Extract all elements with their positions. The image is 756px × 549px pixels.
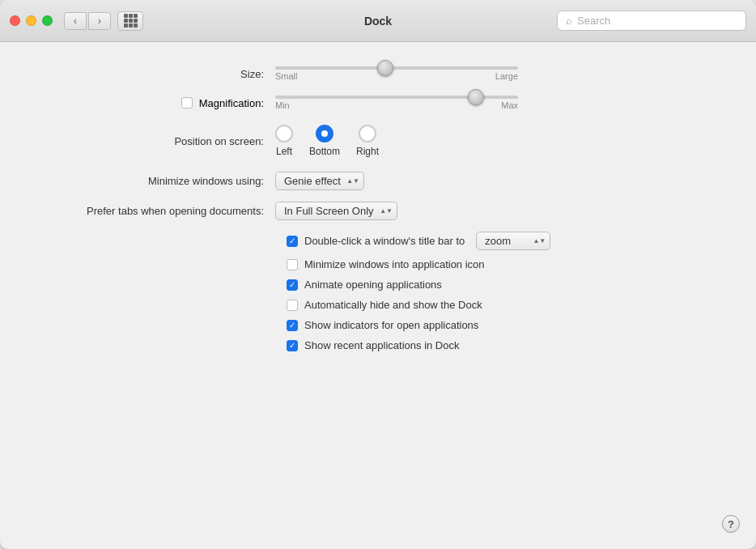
magnification-label-area: Magnification: xyxy=(32,97,275,109)
position-right-radio[interactable] xyxy=(359,125,376,143)
magnification-label: Magnification: xyxy=(199,97,264,109)
prefer-tabs-row: Prefer tabs when opening documents: Alwa… xyxy=(32,202,724,220)
magnification-min-label: Min xyxy=(275,100,290,110)
option-auto-hide: Automatically hide and show the Dock xyxy=(287,299,724,311)
size-max-label: Large xyxy=(495,71,518,81)
minimize-using-select-wrapper: Genie effect Scale effect ▲▼ xyxy=(275,172,364,190)
content-area: Size: Small Large Magnification: Min Max xyxy=(0,42,756,509)
maximize-button[interactable] xyxy=(42,15,53,26)
position-label: Position on screen: xyxy=(32,135,275,147)
size-slider[interactable] xyxy=(275,66,518,70)
option-show-indicators: Show indicators for open applications xyxy=(287,319,724,331)
search-input[interactable] xyxy=(577,15,737,27)
show-recent-checkbox[interactable] xyxy=(287,340,298,351)
preferences-window: ‹ › Dock ⌕ Size: Small Large xyxy=(0,0,756,549)
options-section: Double-click a window's title bar to zoo… xyxy=(275,232,724,351)
prefer-tabs-label: Prefer tabs when opening documents: xyxy=(32,205,275,217)
size-min-label: Small xyxy=(275,71,298,81)
window-title: Dock xyxy=(364,15,392,28)
position-left-radio[interactable] xyxy=(275,125,293,143)
double-click-text: Double-click a window's title bar to xyxy=(304,235,465,247)
close-button[interactable] xyxy=(10,15,20,26)
prefer-tabs-select-wrapper: Always In Full Screen Only Manually ▲▼ xyxy=(275,202,397,220)
magnification-checkbox[interactable] xyxy=(181,97,193,109)
zoom-select-wrapper: zoom minimize ▲▼ xyxy=(476,232,550,250)
position-bottom-radio[interactable] xyxy=(316,125,333,143)
show-indicators-text: Show indicators for open applications xyxy=(304,319,478,331)
grid-view-button[interactable] xyxy=(117,11,143,31)
size-label: Size: xyxy=(32,68,275,80)
zoom-select[interactable]: zoom minimize xyxy=(476,232,550,250)
position-bottom-label: Bottom xyxy=(309,146,340,157)
minimize-using-row: Minimize windows using: Genie effect Sca… xyxy=(32,172,724,190)
minimize-into-app-text: Minimize windows into application icon xyxy=(304,258,485,270)
minimize-using-select[interactable]: Genie effect Scale effect xyxy=(275,172,364,190)
position-left-label: Left xyxy=(276,146,292,157)
magnification-slider-container: Min Max xyxy=(275,96,518,110)
minimize-using-label: Minimize windows using: xyxy=(32,175,275,187)
show-indicators-checkbox[interactable] xyxy=(287,320,298,331)
forward-button[interactable]: › xyxy=(88,12,111,30)
position-right-option[interactable]: Right xyxy=(356,125,379,157)
option-animate-opening: Animate opening applications xyxy=(287,279,724,291)
size-row: Size: Small Large xyxy=(32,66,724,81)
auto-hide-checkbox[interactable] xyxy=(287,300,298,311)
option-minimize-into-app: Minimize windows into application icon xyxy=(287,258,724,270)
size-slider-container: Small Large xyxy=(275,66,518,81)
position-row: Position on screen: Left Bottom Right xyxy=(32,125,724,157)
bottom-area: ? xyxy=(0,509,756,549)
magnification-slider-labels: Min Max xyxy=(275,100,518,110)
auto-hide-text: Automatically hide and show the Dock xyxy=(304,299,482,311)
animate-opening-text: Animate opening applications xyxy=(304,279,442,291)
search-box[interactable]: ⌕ xyxy=(557,11,746,31)
minimize-button[interactable] xyxy=(26,15,36,26)
option-show-recent: Show recent applications in Dock xyxy=(287,339,724,351)
show-recent-text: Show recent applications in Dock xyxy=(304,339,460,351)
magnification-max-label: Max xyxy=(501,100,518,110)
minimize-into-app-checkbox[interactable] xyxy=(287,259,298,270)
size-slider-labels: Small Large xyxy=(275,71,518,81)
position-right-label: Right xyxy=(356,146,379,157)
traffic-lights xyxy=(10,15,53,26)
help-button[interactable]: ? xyxy=(722,515,740,533)
animate-opening-checkbox[interactable] xyxy=(287,279,298,291)
magnification-slider[interactable] xyxy=(275,96,518,99)
back-button[interactable]: ‹ xyxy=(64,12,87,30)
position-bottom-option[interactable]: Bottom xyxy=(309,125,340,157)
grid-icon xyxy=(124,14,138,28)
double-click-checkbox[interactable] xyxy=(287,236,298,247)
option-double-click: Double-click a window's title bar to zoo… xyxy=(287,232,724,250)
position-left-option[interactable]: Left xyxy=(275,125,293,157)
position-radio-group: Left Bottom Right xyxy=(275,125,379,157)
prefer-tabs-select[interactable]: Always In Full Screen Only Manually xyxy=(275,202,397,220)
titlebar: ‹ › Dock ⌕ xyxy=(0,0,756,42)
nav-buttons: ‹ › xyxy=(64,12,111,30)
search-icon: ⌕ xyxy=(566,15,572,27)
magnification-row: Magnification: Min Max xyxy=(32,96,724,110)
